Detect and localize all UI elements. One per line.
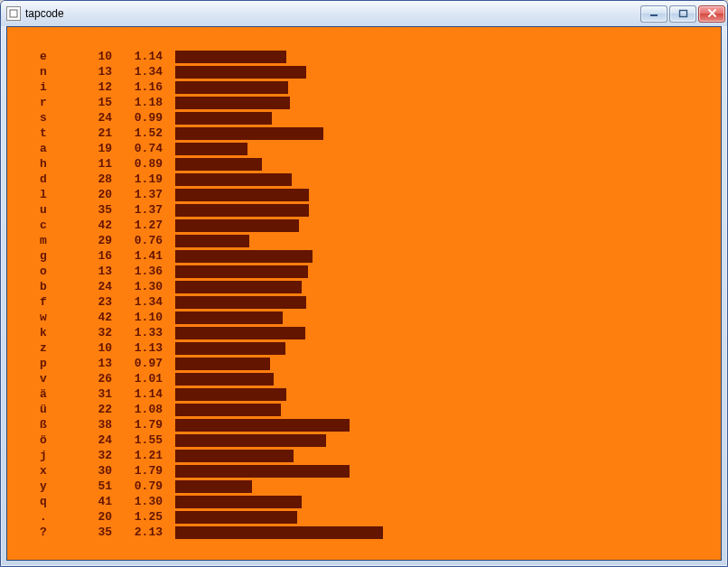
bar-wrap	[175, 235, 249, 247]
count-cell: 32	[72, 325, 112, 340]
ratio-cell: 1.52	[112, 125, 163, 141]
bar-wrap	[175, 480, 252, 493]
char-cell: c	[40, 218, 72, 233]
count-cell: 30	[72, 463, 112, 479]
bar-wrap	[175, 51, 286, 63]
ratio-cell: 1.13	[112, 340, 163, 356]
ratio-cell: 1.55	[112, 432, 163, 448]
data-row: t211.52	[40, 125, 721, 141]
char-cell: u	[40, 202, 72, 218]
close-button[interactable]	[698, 5, 725, 23]
ratio-cell: 1.34	[112, 294, 163, 310]
window-controls	[639, 5, 725, 23]
window-title: tapcode	[25, 7, 639, 20]
char-cell: ß	[40, 417, 72, 432]
bar	[175, 51, 286, 63]
bar	[175, 235, 249, 247]
ratio-cell: 1.30	[112, 494, 163, 509]
char-cell: t	[40, 125, 72, 141]
ratio-cell: 1.21	[112, 448, 163, 463]
ratio-cell: 1.25	[112, 509, 163, 525]
bar-wrap	[175, 358, 270, 370]
bar	[175, 404, 281, 416]
ratio-cell: 1.16	[112, 79, 163, 95]
char-cell: w	[40, 310, 72, 325]
ratio-cell: 0.79	[112, 479, 163, 494]
bar-wrap	[175, 419, 350, 432]
bar-wrap	[175, 97, 290, 109]
data-row: k321.33	[40, 325, 721, 340]
count-cell: 12	[72, 79, 112, 95]
data-row: f231.34	[40, 294, 721, 310]
data-row: g161.41	[40, 248, 721, 264]
data-row: ä311.14	[40, 386, 721, 402]
ratio-cell: 1.41	[112, 248, 163, 264]
count-cell: 16	[72, 248, 112, 264]
bar	[175, 327, 305, 339]
data-row: u351.37	[40, 202, 721, 218]
bar	[175, 419, 350, 432]
count-cell: 11	[72, 156, 112, 172]
minimize-button[interactable]	[640, 5, 667, 23]
data-row: s240.99	[40, 110, 721, 125]
count-cell: 10	[72, 49, 112, 64]
svg-rect-0	[10, 10, 17, 17]
bar-wrap	[175, 465, 350, 478]
bar	[175, 250, 313, 263]
count-cell: 51	[72, 479, 112, 494]
data-row: ü221.08	[40, 402, 721, 417]
count-cell: 13	[72, 64, 112, 79]
ratio-cell: 1.37	[112, 202, 163, 218]
bar	[175, 173, 292, 186]
char-cell: q	[40, 494, 72, 509]
count-cell: 22	[72, 402, 112, 417]
data-row: ö241.55	[40, 432, 721, 448]
bar-wrap	[175, 81, 288, 94]
maximize-button[interactable]	[669, 5, 696, 23]
count-cell: 29	[72, 233, 112, 248]
bar	[175, 143, 247, 155]
count-cell: 23	[72, 294, 112, 310]
ratio-cell: 1.14	[112, 49, 163, 64]
bar	[175, 281, 302, 293]
char-cell: y	[40, 479, 72, 494]
data-row: z101.13	[40, 340, 721, 356]
bar	[175, 373, 274, 386]
char-cell: ö	[40, 432, 72, 448]
count-cell: 26	[72, 371, 112, 386]
count-cell: 13	[72, 264, 112, 279]
char-cell: p	[40, 356, 72, 371]
data-row: j321.21	[40, 448, 721, 463]
data-row: h110.89	[40, 156, 721, 172]
count-cell: 42	[72, 310, 112, 325]
bar-wrap	[175, 66, 306, 79]
bar	[175, 358, 270, 370]
count-cell: 20	[72, 509, 112, 525]
frequency-table: e101.14n131.34i121.16r151.18s240.99t211.…	[7, 27, 721, 540]
char-cell: x	[40, 463, 72, 479]
bar-wrap	[175, 434, 326, 447]
client-area: e101.14n131.34i121.16r151.18s240.99t211.…	[6, 26, 722, 561]
bar-wrap	[175, 496, 302, 508]
ratio-cell: 1.14	[112, 386, 163, 402]
char-cell: j	[40, 448, 72, 463]
bar-wrap	[175, 204, 309, 217]
data-row: a190.74	[40, 141, 721, 156]
ratio-cell: 1.30	[112, 279, 163, 294]
data-row: n131.34	[40, 64, 721, 79]
data-row: i121.16	[40, 79, 721, 95]
titlebar[interactable]: tapcode	[1, 1, 727, 26]
bar	[175, 204, 309, 217]
count-cell: 32	[72, 448, 112, 463]
char-cell: d	[40, 172, 72, 187]
ratio-cell: 0.74	[112, 141, 163, 156]
char-cell: f	[40, 294, 72, 310]
bar	[175, 219, 299, 232]
bar-wrap	[175, 373, 274, 386]
char-cell: ü	[40, 402, 72, 417]
count-cell: 31	[72, 386, 112, 402]
svg-rect-2	[679, 11, 686, 17]
data-row: o131.36	[40, 264, 721, 279]
char-cell: m	[40, 233, 72, 248]
app-window: tapcode e101.14n131.34i121.16r151.18s240…	[0, 0, 728, 567]
